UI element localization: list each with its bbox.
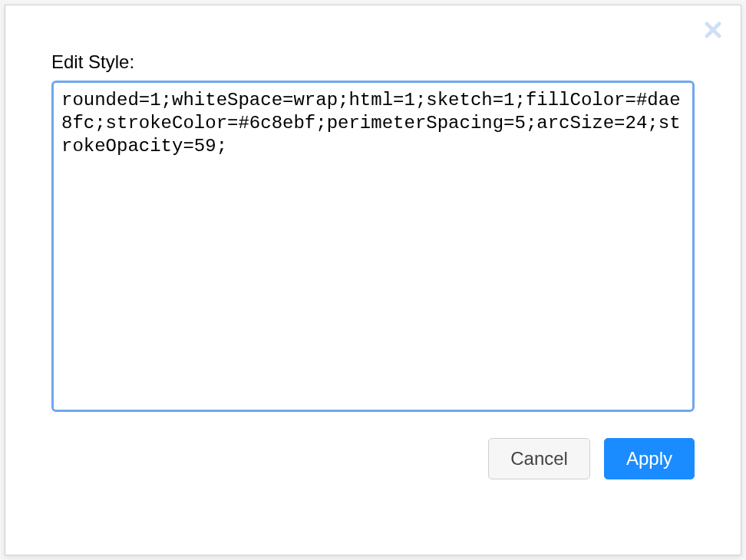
close-icon[interactable] xyxy=(702,19,724,41)
edit-style-dialog: Edit Style: rounded=1;whiteSpace=wrap;ht… xyxy=(5,5,741,555)
cancel-button[interactable]: Cancel xyxy=(488,438,590,479)
dialog-title: Edit Style: xyxy=(51,51,695,73)
style-textarea[interactable]: rounded=1;whiteSpace=wrap;html=1;sketch=… xyxy=(51,81,695,412)
button-row: Cancel Apply xyxy=(51,438,695,479)
apply-button[interactable]: Apply xyxy=(604,438,695,479)
